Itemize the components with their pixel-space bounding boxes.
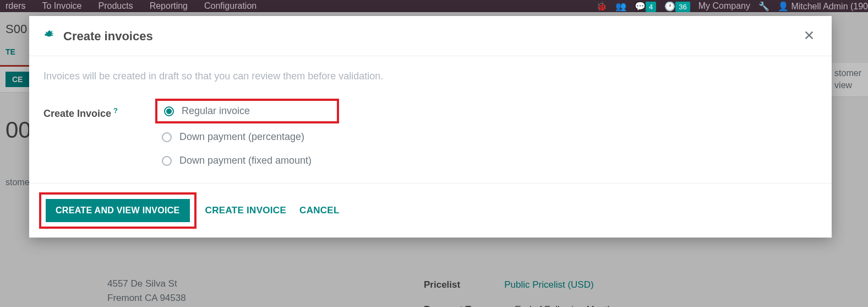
create-and-view-invoice-button[interactable]: CREATE AND VIEW INVOICE (46, 199, 190, 222)
menu-products[interactable]: Products (99, 1, 133, 11)
radio-dot (166, 109, 172, 114)
clock-icon[interactable]: 🕐36 (664, 1, 690, 12)
radio-circle (162, 156, 172, 166)
highlight-create-and-view: CREATE AND VIEW INVOICE (39, 192, 196, 229)
menu-orders[interactable]: rders (6, 1, 25, 11)
menu-configuration[interactable]: Configuration (204, 1, 256, 11)
radio-circle (162, 132, 172, 142)
radio-down-payment-fixed[interactable]: Down payment (fixed amount) (162, 155, 312, 166)
highlight-regular-invoice: Regular invoice (155, 99, 339, 123)
user-avatar[interactable]: 👤 Mitchell Admin (190 (778, 1, 868, 12)
modal-title: Create invoices (63, 29, 801, 44)
invoice-type-radio-group: Regular invoice Down payment (percentage… (162, 103, 312, 166)
modal-body: Invoices will be created in draft so tha… (29, 56, 832, 183)
group-icon[interactable]: 👥 (615, 1, 626, 12)
create-invoice-row: Create Invoice? Regular invoice Down pay… (43, 103, 817, 166)
user-name: Mitchell Admin (190 (791, 2, 868, 11)
create-invoices-modal: Create invoices Invoices will be created… (29, 16, 832, 238)
menu-to-invoice[interactable]: To Invoice (42, 1, 81, 11)
radio-label-percentage: Down payment (percentage) (179, 131, 304, 143)
radio-down-payment-percentage[interactable]: Down payment (percentage) (162, 131, 312, 143)
bug-icon[interactable]: 🐞 (596, 1, 607, 12)
bug-icon[interactable] (43, 29, 54, 44)
wrench-icon[interactable]: 🔧 (758, 1, 769, 12)
radio-regular-invoice[interactable]: Regular invoice (164, 105, 309, 117)
cancel-button[interactable]: CANCEL (299, 205, 340, 216)
radio-label-fixed: Down payment (fixed amount) (179, 155, 312, 166)
radio-circle-selected (164, 106, 174, 116)
radio-label-regular: Regular invoice (182, 105, 250, 117)
app-topbar: rders To Invoice Products Reporting Conf… (0, 0, 868, 12)
menu-reporting[interactable]: Reporting (150, 1, 188, 11)
chat-badge: 4 (646, 2, 656, 12)
help-icon[interactable]: ? (113, 106, 118, 115)
activities-badge: 36 (675, 2, 690, 12)
modal-header: Create invoices (29, 16, 832, 56)
chat-icon[interactable]: 💬4 (635, 1, 656, 12)
create-invoice-label: Create Invoice? (43, 103, 162, 120)
create-invoice-button[interactable]: CREATE INVOICE (205, 205, 286, 216)
close-button[interactable] (801, 27, 817, 46)
modal-footer: CREATE AND VIEW INVOICE CREATE INVOICE C… (29, 183, 832, 238)
company-name[interactable]: My Company (698, 1, 750, 11)
info-text: Invoices will be created in draft so tha… (43, 71, 817, 82)
